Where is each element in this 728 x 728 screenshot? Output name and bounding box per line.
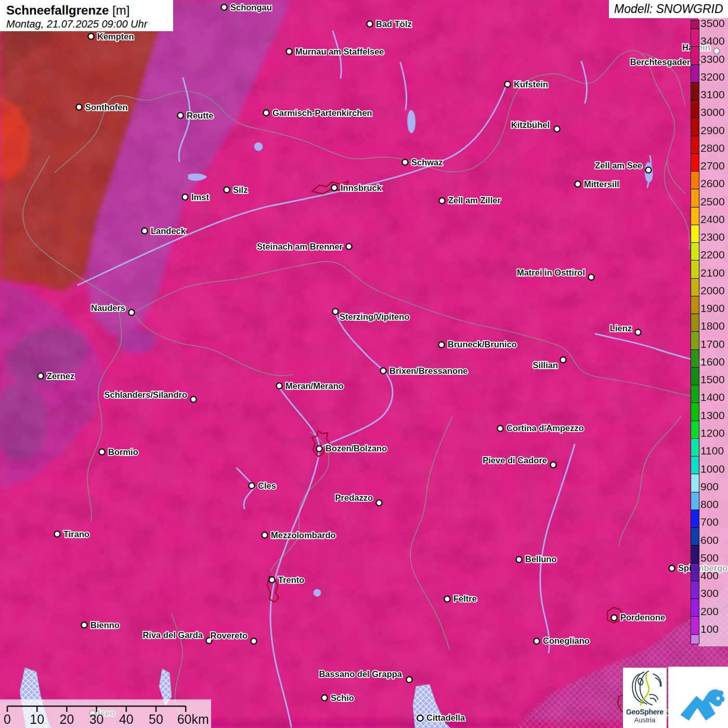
city-label: Bruneck/Brunico (448, 340, 517, 349)
colorbar-tick-label: 1000 (700, 463, 725, 475)
city-label: Mezzolombardo (271, 530, 336, 540)
city-marker (76, 104, 82, 110)
city-label: Kufstein (514, 80, 548, 89)
colorbar-segment (691, 65, 699, 83)
city-label: Sterzing/Vipiteno (340, 312, 409, 321)
scale-bar-label: 60km (177, 712, 209, 726)
colorbar-segment (691, 635, 699, 644)
city-label: Cittadella (426, 713, 465, 722)
city-marker (497, 425, 503, 431)
partner-logo-box (668, 667, 728, 728)
colorbar-tick-label: 200 (700, 605, 719, 618)
colorbar-segment (691, 279, 699, 296)
city-marker (263, 110, 269, 115)
city-marker (81, 622, 87, 628)
colorbar-segment (691, 528, 699, 545)
city-label: Zell am See (595, 161, 642, 170)
city-marker (635, 329, 641, 335)
city-marker (534, 638, 539, 644)
city-label: Bozen/Bolzano (326, 444, 387, 453)
city-marker (316, 446, 322, 451)
lake-caldonazzo (314, 589, 321, 596)
colorbar-segment (691, 243, 699, 261)
geosphere-logo-country: Austria (634, 716, 655, 724)
colorbar-segment (691, 474, 699, 492)
city-marker (346, 243, 352, 249)
city-label: Bormio (108, 447, 138, 457)
colorbar-segment (691, 332, 699, 349)
city-label: Silz (233, 185, 248, 194)
city-label: Cles (258, 481, 276, 490)
colorbar-tick-label: 100 (700, 623, 719, 635)
colorbar-tick-label: 900 (700, 480, 719, 493)
city-label: Tirano (63, 529, 89, 539)
city-label: Steinach am Brenner (257, 242, 343, 251)
city-label: Garmisch-Partenkirchen (272, 108, 372, 118)
forecast-map: SchongauBad TölzKemptenMurnau am Staffel… (0, 0, 728, 728)
city-label: Feltre (453, 594, 477, 603)
city-marker (177, 112, 183, 118)
city-label: Meran/Merano (285, 381, 344, 391)
scale-bar-label: 50 (149, 712, 163, 726)
colorbar-segment (691, 29, 699, 47)
colorbar-tick-label: 2500 (700, 196, 725, 208)
city-marker (249, 483, 254, 488)
colorbar-tick-label: 2800 (700, 142, 725, 154)
city-marker (669, 565, 674, 571)
colorbar-tick-label: 2000 (700, 284, 725, 297)
colorbar-segment (691, 154, 699, 172)
city-marker (560, 357, 566, 362)
colorbar-segment (691, 564, 699, 581)
city-label: Pordenone (620, 613, 665, 622)
city-marker (54, 531, 60, 537)
geosphere-logo-box: GeoSphere Austria (623, 668, 667, 728)
city-label: Mittersill (584, 179, 619, 189)
city-label: Lienz (610, 323, 632, 333)
colorbar-tick-label: 1700 (700, 338, 725, 350)
city-label: Kempten (97, 32, 134, 41)
colorbar-segment (691, 207, 699, 225)
city-label: Reutte (187, 111, 213, 120)
colorbar-tick-label: 3500 (700, 17, 725, 30)
city-label: Schio (331, 693, 354, 703)
city-marker (276, 383, 282, 388)
city-marker (504, 81, 510, 87)
city-marker (37, 373, 43, 379)
city-label: Rovereto (210, 631, 248, 640)
colorbar-segment (691, 261, 699, 278)
colorbar-segment (691, 581, 699, 599)
scale-bar-label: 30 (89, 712, 104, 726)
geosphere-logo-icon (626, 670, 664, 708)
colorbar-tick-label: 1400 (700, 391, 725, 404)
city-marker (444, 596, 450, 602)
colorbar-tick-label: 800 (700, 498, 719, 511)
city-marker (380, 368, 386, 373)
colorbar-segment (691, 599, 699, 617)
colorbar-segment (691, 421, 699, 439)
mountain-cloud-logo-icon (672, 671, 724, 723)
colorbar-segment (691, 47, 699, 64)
colorbar-tick-label: 600 (700, 534, 719, 547)
colorbar-segment (691, 136, 699, 154)
scale-bar-label: 40 (119, 712, 134, 726)
city-marker (321, 695, 327, 700)
city-marker (645, 167, 651, 173)
city-marker (438, 342, 444, 347)
colorbar-tick-label: 1600 (700, 356, 725, 368)
city-label: Landeck (151, 226, 186, 236)
colorbar-segment (691, 403, 699, 421)
city-marker (141, 228, 147, 233)
colorbar-tick-label: 1300 (700, 409, 725, 422)
city-label: Predazzo (335, 493, 373, 502)
city-marker (221, 4, 227, 10)
city-label: Riva del Garda (142, 630, 203, 640)
page-title: Schneefallgrenze [m] (6, 3, 167, 18)
colorbar-tick-label: 1500 (700, 373, 725, 386)
colorbar-segment (691, 225, 699, 243)
city-marker (376, 500, 382, 505)
colorbar-tick-label: 3200 (700, 71, 725, 83)
city-label: Zell am Ziller (448, 196, 501, 205)
city-marker (611, 615, 617, 620)
colorbar-tick-label: 3000 (700, 106, 725, 119)
scale-bar: 0102030405060km (0, 699, 211, 728)
